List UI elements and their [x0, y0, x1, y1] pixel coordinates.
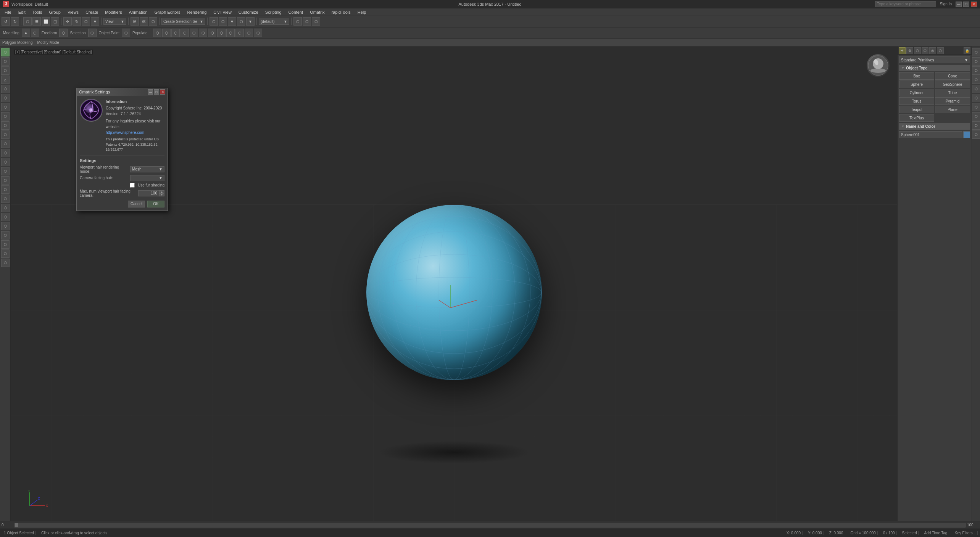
- viewport-hair-dropdown[interactable]: Mesh ▼: [130, 166, 164, 172]
- select-scale-button[interactable]: ⬡: [82, 17, 90, 26]
- lt-btn14[interactable]: ⬡: [1, 167, 10, 175]
- object-paint-btn[interactable]: ⬡: [88, 29, 97, 37]
- viewport-navigation-cube[interactable]: [867, 54, 890, 77]
- render-iterative-button[interactable]: ⬡: [303, 17, 311, 26]
- r2-btn4[interactable]: ⬡: [181, 29, 189, 37]
- lt-btn13[interactable]: ⬡: [1, 158, 10, 166]
- object-name-input[interactable]: [899, 131, 962, 138]
- rmt-btn6[interactable]: ⬡: [972, 94, 980, 102]
- rmt-btn2[interactable]: ⬡: [972, 57, 980, 66]
- add-time-tag-btn[interactable]: Add Time Tag: [922, 531, 949, 535]
- reference-coord-dropdown[interactable]: View▼: [103, 18, 126, 25]
- r2-btn9[interactable]: ⬡: [226, 29, 235, 37]
- menu-graph-editors[interactable]: Graph Editors: [152, 9, 184, 15]
- lt-btn15[interactable]: ⬡: [1, 176, 10, 185]
- align-dropdown-button[interactable]: ▼: [228, 17, 236, 26]
- menu-animation[interactable]: Animation: [126, 9, 151, 15]
- panel-lock-btn[interactable]: 🔒: [964, 47, 970, 54]
- undo-button[interactable]: ↺: [2, 17, 10, 26]
- menu-content[interactable]: Content: [285, 9, 306, 15]
- menu-modifiers[interactable]: Modifiers: [102, 9, 125, 15]
- select-by-name-button[interactable]: ☰: [32, 17, 41, 26]
- lt-btn16[interactable]: ⬡: [1, 185, 10, 194]
- sign-in-link[interactable]: Sign In: [938, 2, 954, 6]
- rmt-btn3[interactable]: ⬡: [972, 66, 980, 75]
- r2-btn1[interactable]: ⬡: [153, 29, 161, 37]
- mirror-button[interactable]: ⬡: [210, 17, 218, 26]
- rmt-btn7[interactable]: ⬡: [972, 103, 980, 111]
- close-button[interactable]: ✕: [971, 2, 977, 7]
- plane-button[interactable]: Plane: [935, 106, 970, 113]
- motion-tab-btn[interactable]: ⬡: [922, 47, 928, 54]
- window-crossing-button[interactable]: ◫: [51, 17, 59, 26]
- lt-btn5[interactable]: ⬡: [1, 85, 10, 93]
- redo-button[interactable]: ↻: [11, 17, 19, 26]
- lt-btn2[interactable]: ⬡: [1, 57, 10, 66]
- lt-btn23[interactable]: ⬡: [1, 249, 10, 258]
- lt-btn3[interactable]: ⬡: [1, 66, 10, 75]
- lt-btn11[interactable]: ⬡: [1, 140, 10, 148]
- r2-btn10[interactable]: ⬡: [235, 29, 244, 37]
- select-rotate-button[interactable]: ↻: [73, 17, 81, 26]
- r2-btn11[interactable]: ⬡: [245, 29, 253, 37]
- activeview-button[interactable]: ⬡: [312, 17, 320, 26]
- menu-tools[interactable]: Tools: [29, 9, 45, 15]
- freeform-btn[interactable]: ⬡: [31, 29, 39, 37]
- lt-select-btn[interactable]: ⬡: [1, 48, 10, 56]
- menu-create[interactable]: Create: [82, 9, 101, 15]
- object-color-swatch[interactable]: [963, 131, 970, 138]
- r2-btn3[interactable]: ⬡: [171, 29, 180, 37]
- modeling-btn[interactable]: ●: [22, 29, 30, 37]
- r2-btn12[interactable]: ⬡: [254, 29, 262, 37]
- rmt-btn4[interactable]: ⬡: [972, 76, 980, 84]
- display-tab-btn[interactable]: ◎: [929, 47, 936, 54]
- lt-btn8[interactable]: ⬡: [1, 112, 10, 121]
- menu-views[interactable]: Views: [64, 9, 82, 15]
- r2-btn5[interactable]: ⬡: [190, 29, 198, 37]
- menu-omatrix[interactable]: Omatrix: [307, 9, 328, 15]
- menu-civil-view[interactable]: Civil View: [210, 9, 234, 15]
- r2-btn7[interactable]: ⬡: [208, 29, 216, 37]
- dialog-maximize-btn[interactable]: □: [154, 89, 159, 95]
- render-setup-dropdown[interactable]: (default)▼: [259, 18, 289, 25]
- pyramid-button[interactable]: Pyramid: [935, 97, 970, 105]
- lt-btn17[interactable]: ⬡: [1, 195, 10, 203]
- use-fur-checkbox[interactable]: [130, 183, 135, 188]
- camera-facing-dropdown[interactable]: ▼: [130, 175, 164, 181]
- lt-btn9[interactable]: ⬡: [1, 121, 10, 130]
- dialog-ok-btn[interactable]: OK: [147, 201, 164, 207]
- manage-layers-button[interactable]: ⬡: [237, 17, 245, 26]
- teapot-button[interactable]: Teapot: [899, 106, 934, 113]
- menu-customize[interactable]: Customize: [235, 9, 261, 15]
- menu-scripting[interactable]: Scripting: [262, 9, 285, 15]
- tube-button[interactable]: Tube: [935, 89, 970, 96]
- hierarchy-tab-btn[interactable]: ⬡: [914, 47, 921, 54]
- object-type-header[interactable]: Object Type: [899, 65, 970, 71]
- lt-btn19[interactable]: ⬡: [1, 213, 10, 221]
- timeline-thumb[interactable]: [15, 523, 18, 527]
- menu-edit[interactable]: Edit: [15, 9, 29, 15]
- menu-file[interactable]: File: [2, 9, 15, 15]
- rmt-btn9[interactable]: ⬡: [972, 121, 980, 130]
- dialog-cancel-btn[interactable]: Cancel: [128, 201, 145, 207]
- rmt-btn1[interactable]: ⬡: [972, 48, 980, 56]
- bind-to-space-button[interactable]: ⬡: [149, 17, 157, 26]
- box-button[interactable]: Box: [899, 72, 934, 80]
- name-color-header[interactable]: Name and Color: [899, 123, 970, 130]
- minimize-button[interactable]: —: [956, 2, 962, 7]
- r2-btn8[interactable]: ⬡: [217, 29, 226, 37]
- primitives-type-dropdown[interactable]: Standard Primitives ▼: [899, 56, 970, 63]
- create-selection-dropdown[interactable]: Create Selection Se▼: [161, 18, 205, 25]
- cylinder-button[interactable]: Cylinder: [899, 89, 934, 96]
- lt-btn22[interactable]: ⬡: [1, 240, 10, 249]
- r2-btn6[interactable]: ⬡: [199, 29, 207, 37]
- lt-btn4[interactable]: △: [1, 76, 10, 84]
- layer-dropdown-button[interactable]: ▼: [246, 17, 255, 26]
- cone-button[interactable]: Cone: [935, 72, 970, 80]
- textplus-button[interactable]: TextPlus: [899, 114, 934, 122]
- rmt-btn10[interactable]: ⬡: [972, 130, 980, 139]
- lt-btn12[interactable]: ⬡: [1, 149, 10, 157]
- dialog-minimize-btn[interactable]: —: [148, 89, 153, 95]
- unlink-button[interactable]: ⛓: [140, 17, 148, 26]
- spin-up-btn[interactable]: ▲: [159, 190, 164, 193]
